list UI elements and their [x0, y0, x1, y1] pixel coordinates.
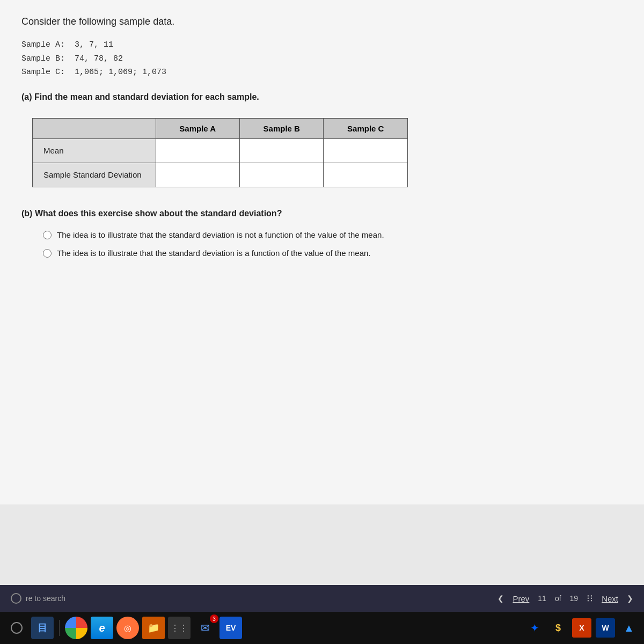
options-container: The idea is to illustrate that the stand…	[43, 229, 623, 260]
nav-buttons: ❮ Prev 11 of 19 ⁝⁝ Next ❯	[497, 592, 633, 604]
cortana-icon[interactable]: 目	[31, 617, 54, 639]
row-label-std: Sample Standard Deviation	[33, 163, 156, 187]
sample-c-value: 1,065; 1,069; 1,073	[75, 68, 166, 77]
page-current: 11	[538, 594, 546, 603]
option-1[interactable]: The idea is to illustrate that the stand…	[43, 229, 623, 241]
separator-1	[59, 620, 60, 636]
search-taskbar-icon[interactable]	[5, 617, 28, 639]
browser-icon[interactable]: ◎	[116, 617, 139, 639]
radio-option-2[interactable]	[43, 249, 52, 258]
option-2-text: The idea is to illustrate that the stand…	[57, 247, 371, 260]
search-text[interactable]: re to search	[26, 594, 65, 603]
badge-icon[interactable]: ✉ 3	[194, 617, 216, 639]
system-tray: ✦ $ X W ▲	[525, 618, 639, 638]
col-header-c: Sample C	[324, 118, 408, 138]
nav-bar: re to search ❮ Prev 11 of 19 ⁝⁝ Next ❯	[0, 585, 644, 612]
taskbar-icons: 目 e ◎ 📁 ⋮⋮ ✉ 3 EV	[0, 612, 644, 644]
file-manager-icon[interactable]: 📁	[142, 617, 165, 639]
option-1-text: The idea is to illustrate that the stand…	[57, 229, 384, 241]
x-icon[interactable]: X	[572, 618, 591, 638]
sample-a-label: Sample A:	[21, 38, 70, 52]
col-header-a: Sample A	[156, 118, 239, 138]
page-total: 19	[570, 594, 579, 603]
sample-c-label: Sample C:	[21, 65, 70, 79]
sample-a-value: 3, 7, 11	[75, 40, 113, 49]
table-row-mean: Mean	[33, 138, 408, 163]
chrome-icon[interactable]	[65, 617, 87, 639]
prev-button[interactable]: Prev	[513, 594, 529, 603]
sample-data: Sample A: 3, 7, 11 Sample B: 74, 78, 82 …	[21, 38, 623, 79]
dropbox-icon[interactable]: ✦	[525, 618, 544, 638]
sample-c-row: Sample C: 1,065; 1,069; 1,073	[21, 65, 623, 79]
col-header-b: Sample B	[240, 118, 324, 138]
std-a-cell[interactable]	[156, 163, 239, 187]
grid-icon[interactable]: ⁝⁝	[587, 592, 593, 604]
apps-grid-icon[interactable]: ⋮⋮	[168, 617, 191, 639]
next-chevron-icon: ❯	[627, 594, 633, 603]
part-b-label: (b) What does this exercise show about t…	[21, 209, 623, 218]
stats-table: Sample A Sample B Sample C Mean Sample S…	[32, 118, 408, 187]
search-circle-icon	[11, 593, 21, 604]
taskbar: re to search ❮ Prev 11 of 19 ⁝⁝ Next ❯ 目…	[0, 585, 644, 644]
sample-b-value: 74, 78, 82	[75, 54, 123, 63]
sample-b-row: Sample B: 74, 78, 82	[21, 52, 623, 66]
row-label-mean: Mean	[33, 138, 156, 163]
col-header-empty	[33, 118, 156, 138]
std-c-cell[interactable]	[324, 163, 408, 187]
prev-chevron-icon: ❮	[497, 594, 504, 603]
next-button[interactable]: Next	[602, 594, 618, 603]
part-a-label: (a) Find the mean and standard deviation…	[21, 92, 623, 102]
table-row-std: Sample Standard Deviation	[33, 163, 408, 187]
edge-icon[interactable]: e	[91, 617, 113, 639]
sample-a-row: Sample A: 3, 7, 11	[21, 38, 623, 52]
ev-icon[interactable]: EV	[219, 617, 242, 639]
w-label: W	[602, 624, 609, 632]
page-of: of	[555, 594, 561, 603]
dollar-icon[interactable]: $	[548, 618, 568, 638]
x-label: X	[579, 624, 584, 632]
main-content: Consider the following sample data. Samp…	[0, 0, 644, 504]
question-title: Consider the following sample data.	[21, 16, 623, 27]
w-icon[interactable]: W	[596, 618, 615, 638]
sample-b-label: Sample B:	[21, 52, 70, 66]
radio-option-1[interactable]	[43, 231, 52, 239]
mean-a-cell[interactable]	[156, 138, 239, 163]
option-2[interactable]: The idea is to illustrate that the stand…	[43, 247, 623, 260]
std-b-cell[interactable]	[240, 163, 324, 187]
table-container: Sample A Sample B Sample C Mean Sample S…	[32, 118, 623, 187]
mean-c-cell[interactable]	[324, 138, 408, 163]
dollar-symbol: $	[555, 623, 561, 634]
search-area: re to search	[11, 593, 65, 604]
mean-b-cell[interactable]	[240, 138, 324, 163]
arrow-icon[interactable]: ▲	[619, 618, 639, 638]
arrow-symbol: ▲	[624, 622, 634, 634]
badge-count: 3	[210, 614, 218, 623]
